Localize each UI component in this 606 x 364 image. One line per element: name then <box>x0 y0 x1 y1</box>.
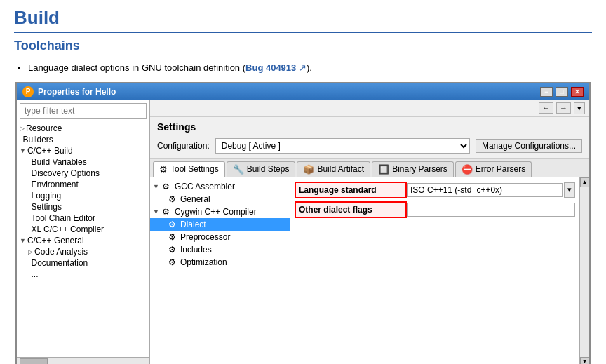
left-panel: ▷Resource Builders▼C/C++ Build Build Var… <box>17 100 150 365</box>
tool-icon-includes: ⚙ <box>166 244 177 255</box>
tree-arrow <box>28 203 30 210</box>
tool-label-preprocessor: Preprocessor <box>180 232 230 242</box>
tool-arrow <box>161 234 165 241</box>
tab-error-parsers[interactable]: ⛔Error Parsers <box>455 161 532 177</box>
tree-arrow: ▷ <box>28 248 33 255</box>
tab-build-steps[interactable]: 🔧Build Steps <box>227 161 296 177</box>
tool-arrow: ▼ <box>153 183 159 190</box>
tool-label-cygwin-compiler: Cygwin C++ Compiler <box>175 207 257 217</box>
tree-arrow <box>28 215 30 222</box>
tree-arrow <box>28 159 30 166</box>
tool-icon-optimization: ⚙ <box>166 257 177 268</box>
tree-label: Documentation <box>32 258 88 268</box>
tool-arrow: ▼ <box>153 208 159 215</box>
setting-input-1[interactable] <box>407 203 575 217</box>
tree-item-more[interactable]: ... <box>17 269 149 280</box>
tool-tree-item-optimization[interactable]: ⚙Optimization <box>150 256 290 269</box>
tree-item-environment[interactable]: Environment <box>17 179 149 190</box>
back-button[interactable]: ← <box>539 102 553 114</box>
tool-tree-item-dialect[interactable]: ⚙Dialect <box>150 218 290 231</box>
setting-dropdown-btn-0[interactable]: ▾ <box>564 182 575 198</box>
bug-link[interactable]: Bug 404913 ↗ <box>245 62 307 73</box>
tab-label-tool-settings: Tool Settings <box>170 164 219 174</box>
tool-tree-item-preprocessor[interactable]: ⚙Preprocessor <box>150 231 290 243</box>
dialog-title: Properties for Hello <box>38 87 116 97</box>
tree-item-cpp-build[interactable]: ▼C/C++ Build <box>17 145 149 156</box>
scroll-thumb[interactable] <box>20 358 48 364</box>
filter-input[interactable] <box>20 103 147 119</box>
maximize-button[interactable]: □ <box>556 87 568 97</box>
setting-label-1: Other dialect flags <box>295 201 407 218</box>
right-section: ← → ▾ Settings Configuration: Debug [ Ac… <box>150 100 589 365</box>
tree-item-settings[interactable]: Settings <box>17 201 149 213</box>
tool-tree-item-gcc-general[interactable]: ⚙General <box>150 193 290 205</box>
tree-label: ... <box>32 269 39 279</box>
tree-scrollbar-area: ▷Resource Builders▼C/C++ Build Build Var… <box>17 121 149 357</box>
tool-tree-item-includes[interactable]: ⚙Includes <box>150 243 290 256</box>
tool-icon-dialect: ⚙ <box>166 219 177 230</box>
tree-item-resource[interactable]: ▷Resource <box>17 123 149 134</box>
tree-label: Code Analysis <box>34 247 88 257</box>
tree-label: Discovery Options <box>32 168 100 178</box>
tree-item-xl-compiler[interactable]: XL C/C++ Compiler <box>17 224 149 235</box>
tool-label-optimization: Optimization <box>180 257 227 267</box>
tool-label-includes: Includes <box>180 245 212 255</box>
tree-arrow <box>28 181 30 188</box>
scroll-up-arrow[interactable]: ▲ <box>580 177 590 187</box>
tree-arrow <box>28 170 30 177</box>
tab-label-error-parsers: Error Parsers <box>476 164 525 174</box>
tree-label: Resource <box>26 123 62 133</box>
properties-dialog: P Properties for Hello − □ ✕ ▷Resource B… <box>15 82 591 365</box>
right-toolbar: ← → ▾ <box>150 100 589 117</box>
tree-item-code-analysis[interactable]: ▷Code Analysis <box>17 246 149 257</box>
close-button[interactable]: ✕ <box>571 87 584 97</box>
scroll-down-arrow[interactable]: ▼ <box>580 357 590 365</box>
tree-label: Settings <box>32 202 62 212</box>
tab-icon-binary-parsers: 🔲 <box>378 164 389 175</box>
tool-tree: ▼⚙GCC Assembler ⚙General▼⚙Cygwin C++ Com… <box>150 177 290 365</box>
tool-icon-gcc-general: ⚙ <box>166 194 177 205</box>
tab-label-build-steps: Build Steps <box>247 164 290 174</box>
tab-binary-parsers[interactable]: 🔲Binary Parsers <box>372 161 454 177</box>
dialog-icon: P <box>22 86 34 97</box>
dialog-body: ▷Resource Builders▼C/C++ Build Build Var… <box>17 100 589 365</box>
tab-tool-settings[interactable]: ⚙Tool Settings <box>153 161 225 177</box>
nav-dropdown-button[interactable]: ▾ <box>574 102 585 114</box>
tree-label: Build Variables <box>32 157 87 167</box>
tree-label: Logging <box>32 191 62 201</box>
tool-tree-item-gcc-assembler[interactable]: ▼⚙GCC Assembler <box>150 180 290 193</box>
tree-label: C/C++ General <box>27 236 84 245</box>
tree-item-logging[interactable]: Logging <box>17 190 149 201</box>
bullet-text: Language dialect options in GNU toolchai… <box>28 62 245 73</box>
config-select[interactable]: Debug [ Active ] <box>215 138 470 154</box>
setting-row-1: Other dialect flags <box>295 201 575 218</box>
tab-label-build-artifact: Build Artifact <box>317 164 364 174</box>
tab-label-binary-parsers: Binary Parsers <box>392 164 447 174</box>
forward-button[interactable]: → <box>556 102 571 114</box>
tree-item-build-vars[interactable]: Build Variables <box>17 156 149 168</box>
minimize-button[interactable]: − <box>540 87 553 97</box>
setting-input-0[interactable] <box>407 183 563 197</box>
main-content: ▼⚙GCC Assembler ⚙General▼⚙Cygwin C++ Com… <box>150 177 589 365</box>
tree-item-toolchain-editor[interactable]: Tool Chain Editor <box>17 213 149 224</box>
tree-item-discovery[interactable]: Discovery Options <box>17 168 149 179</box>
page-subtitle: Toolchains <box>14 39 592 55</box>
tree-item-builders[interactable]: Builders <box>17 134 149 145</box>
tool-label-gcc-general: General <box>180 194 210 204</box>
tree-arrow: ▷ <box>20 125 25 132</box>
titlebar-left: P Properties for Hello <box>22 86 116 97</box>
right-scrollbar: ▲ ▼ <box>579 177 589 365</box>
manage-config-button[interactable]: Manage Configurations... <box>476 139 582 153</box>
tree-item-cpp-general[interactable]: ▼C/C++ General <box>17 235 149 246</box>
tree-arrow <box>28 259 30 267</box>
dialog-titlebar: P Properties for Hello − □ ✕ <box>17 83 589 100</box>
main-inner: ▼⚙GCC Assembler ⚙General▼⚙Cygwin C++ Com… <box>150 177 579 365</box>
tree-item-documentation[interactable]: Documentation <box>17 257 149 269</box>
tool-tree-item-cygwin-compiler[interactable]: ▼⚙Cygwin C++ Compiler <box>150 205 290 218</box>
tool-icon-cygwin-compiler: ⚙ <box>161 206 172 217</box>
tree-content: ▷Resource Builders▼C/C++ Build Build Var… <box>17 121 149 357</box>
setting-row-0: Language standard▾ <box>295 182 575 198</box>
tab-build-artifact[interactable]: 📦Build Artifact <box>297 161 370 177</box>
settings-table: Language standard▾Other dialect flags <box>290 177 579 365</box>
window-controls: − □ ✕ <box>540 87 584 97</box>
